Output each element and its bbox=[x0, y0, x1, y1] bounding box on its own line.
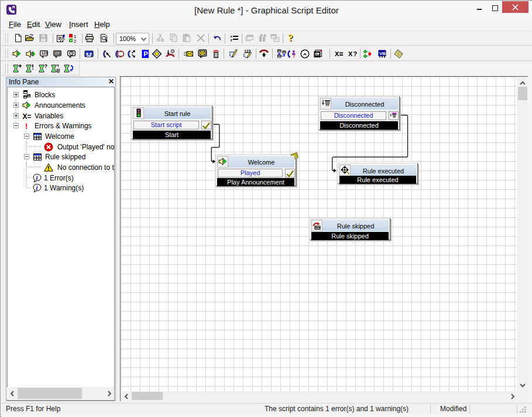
svg-text:X: X bbox=[335, 50, 339, 57]
svg-text:!: ! bbox=[25, 122, 28, 131]
svg-text:?: ? bbox=[288, 33, 293, 42]
svg-text:2: 2 bbox=[74, 39, 77, 43]
svg-text:y: y bbox=[231, 38, 233, 42]
svg-text:P: P bbox=[143, 50, 148, 57]
svg-text:?: ? bbox=[44, 64, 48, 69]
svg-text:?: ? bbox=[353, 50, 358, 57]
svg-text:X=: X= bbox=[23, 112, 32, 121]
svg-text:VB: VB bbox=[379, 51, 386, 56]
svg-text:123: 123 bbox=[41, 51, 47, 55]
svg-text:?: ? bbox=[275, 38, 277, 42]
svg-text:Ho: Ho bbox=[56, 52, 60, 55]
svg-text:Ho: Ho bbox=[315, 53, 319, 56]
svg-text:?: ? bbox=[293, 54, 295, 59]
svg-text:X: X bbox=[348, 50, 353, 57]
